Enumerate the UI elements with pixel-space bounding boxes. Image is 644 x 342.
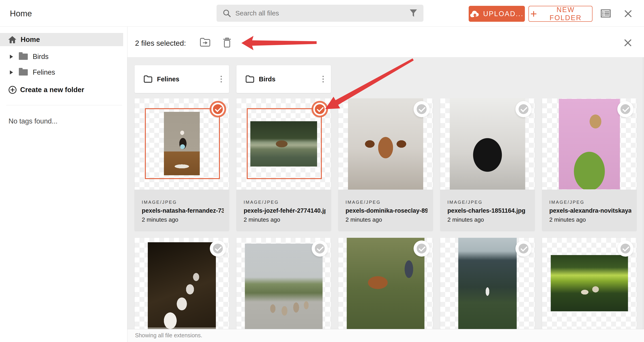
- check-icon: [317, 105, 324, 112]
- thumbnail-geese-on-road: [245, 244, 323, 329]
- selection-checkbox-unchecked[interactable]: [417, 244, 426, 253]
- search-input[interactable]: [235, 9, 409, 17]
- expand-caret-icon[interactable]: [10, 70, 13, 74]
- file-meta: IMAGE/JPEG pexels-charles-1851164.jpg 2 …: [440, 190, 535, 231]
- file-card[interactable]: IMAGE/JPEG pexels-natasha-fernandez-733.…: [134, 98, 229, 231]
- check-icon: [418, 244, 426, 251]
- thumbnail-dachshund-portrait: [348, 98, 423, 190]
- file-name: pexels-alexandra-novitskaya-2...: [549, 207, 631, 214]
- delete-selected-button[interactable]: [222, 38, 232, 48]
- upload-cloud-icon: [470, 10, 480, 18]
- thumbnail-black-pug: [450, 98, 525, 190]
- file-time: 2 minutes ago: [549, 216, 631, 223]
- trash-icon: [222, 38, 232, 48]
- file-card[interactable]: IMAGE/JPEG pexels-dominika-roseclay-8952…: [338, 98, 433, 231]
- folder-outline-icon: [144, 75, 152, 83]
- file-meta: IMAGE/JPEG pexels-dominika-roseclay-8952…: [338, 190, 433, 231]
- file-name: pexels-jozef-fehér-2774140.jpg: [244, 207, 326, 214]
- selection-checkbox-checked[interactable]: [315, 104, 325, 114]
- selection-checkbox-unchecked[interactable]: [315, 244, 325, 253]
- file-type-label: IMAGE/JPEG: [244, 200, 326, 205]
- folder-card-name: Felines: [157, 76, 179, 83]
- sidebar-felines-label: Felines: [33, 68, 55, 76]
- sidebar-divider: [6, 105, 122, 105]
- selection-checkbox-unchecked[interactable]: [620, 244, 630, 253]
- file-meta: IMAGE/JPEG pexels-jozef-fehér-2774140.jp…: [236, 190, 331, 231]
- new-folder-button[interactable]: NEW FOLDER: [528, 6, 592, 22]
- file-type-label: IMAGE/JPEG: [448, 200, 529, 205]
- folder-card-birds[interactable]: Birds: [236, 65, 331, 93]
- tags-empty-message: No tags found...: [8, 117, 58, 125]
- close-button[interactable]: [624, 10, 632, 17]
- check-icon: [520, 244, 527, 251]
- thumbnail-seagulls-on-railing: [148, 242, 216, 329]
- sidebar-item-felines[interactable]: Felines: [0, 66, 123, 79]
- list-view-button[interactable]: [601, 10, 611, 18]
- folder-icon: [19, 54, 28, 60]
- thumbnail-dog-green-wig: [559, 99, 620, 189]
- file-card[interactable]: [236, 238, 331, 329]
- file-card[interactable]: IMAGE/JPEG pexels-jozef-fehér-2774140.jp…: [236, 98, 331, 231]
- selection-checkbox-unchecked[interactable]: [417, 104, 426, 114]
- file-card[interactable]: IMAGE/JPEG pexels-charles-1851164.jpg 2 …: [440, 98, 535, 231]
- new-folder-button-label: NEW FOLDER: [540, 6, 591, 22]
- sidebar-item-birds[interactable]: Birds: [0, 50, 123, 64]
- create-folder-label: Create a new folder: [20, 86, 84, 94]
- selection-action-bar: 2 files selected:: [128, 27, 644, 57]
- search-bar: [216, 5, 424, 22]
- upload-button[interactable]: UPLOAD...: [469, 6, 525, 22]
- status-bar-text: Showing all file extensions.: [135, 332, 202, 339]
- check-icon: [622, 244, 629, 251]
- sidebar-item-home[interactable]: Home: [0, 33, 123, 46]
- thumbnail-kangaroo-hand-feeding: [347, 238, 424, 329]
- selection-checkbox-unchecked[interactable]: [518, 244, 528, 253]
- upload-button-label: UPLOAD...: [483, 10, 524, 18]
- file-card[interactable]: [338, 238, 433, 329]
- folder-icon: [19, 69, 28, 76]
- thumbnail-lambs-in-grass: [551, 255, 628, 311]
- close-icon: [624, 10, 632, 17]
- thumbnail-white-deer-hillside: [458, 238, 517, 329]
- search-icon: [222, 9, 231, 18]
- folder-outline-icon: [246, 75, 254, 83]
- filter-button[interactable]: [409, 8, 418, 18]
- folder-menu-button[interactable]: [321, 74, 325, 84]
- page-title: Home: [10, 9, 32, 18]
- check-icon: [215, 244, 222, 251]
- file-name: pexels-dominika-roseclay-8952...: [346, 207, 428, 214]
- main-content: 2 files selected: Felines Birds: [128, 27, 644, 342]
- file-card[interactable]: [542, 238, 636, 329]
- sidebar-home-label: Home: [20, 36, 40, 44]
- folder-card-felines[interactable]: Felines: [134, 65, 229, 93]
- file-time: 2 minutes ago: [346, 216, 428, 223]
- check-icon: [418, 105, 426, 112]
- move-to-folder-icon: [200, 38, 210, 47]
- selection-checkbox-checked[interactable]: [213, 104, 223, 114]
- filter-funnel-icon: [410, 9, 417, 17]
- file-card[interactable]: [440, 238, 535, 329]
- file-card[interactable]: [134, 238, 229, 329]
- file-type-label: IMAGE/JPEG: [142, 200, 224, 205]
- file-time: 2 minutes ago: [448, 216, 529, 223]
- folder-card-name: Birds: [259, 76, 276, 83]
- file-type-label: IMAGE/JPEG: [346, 200, 428, 205]
- clear-selection-button[interactable]: [624, 39, 632, 46]
- selection-checkbox-unchecked[interactable]: [213, 244, 223, 253]
- check-icon: [215, 105, 222, 112]
- file-card[interactable]: IMAGE/JPEG pexels-alexandra-novitskaya-2…: [542, 98, 636, 231]
- sidebar: Home Birds Felines Create a new folder N…: [0, 27, 128, 342]
- sidebar-birds-label: Birds: [33, 53, 48, 61]
- selection-checkbox-unchecked[interactable]: [620, 104, 630, 114]
- selection-checkbox-unchecked[interactable]: [518, 104, 528, 114]
- file-name: pexels-charles-1851164.jpg: [448, 207, 529, 214]
- check-icon: [317, 244, 324, 251]
- scrollbar[interactable]: [642, 57, 644, 329]
- expand-caret-icon[interactable]: [10, 55, 13, 59]
- create-new-folder-button[interactable]: Create a new folder: [0, 83, 123, 97]
- file-type-label: IMAGE/JPEG: [549, 200, 631, 205]
- file-time: 2 minutes ago: [142, 216, 224, 223]
- plus-icon: [530, 10, 537, 18]
- folder-menu-button[interactable]: [219, 74, 223, 84]
- move-to-folder-button[interactable]: [200, 38, 210, 47]
- status-bar: Showing all file extensions.: [128, 329, 644, 342]
